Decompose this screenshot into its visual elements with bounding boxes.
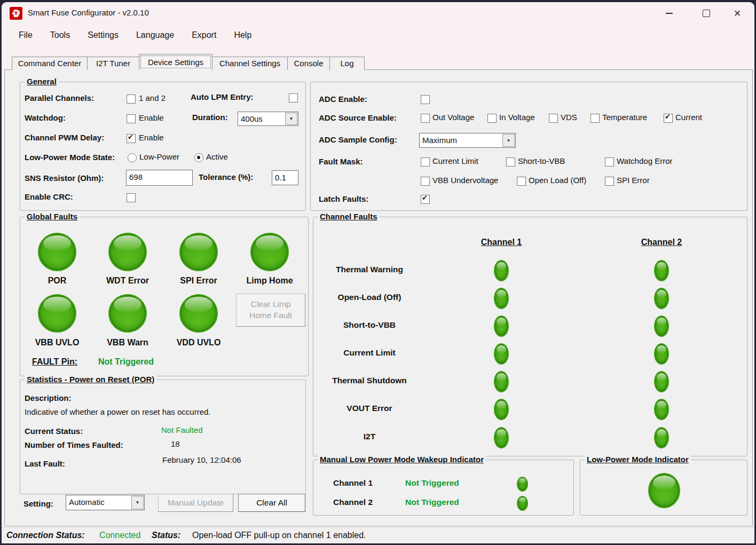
ch2-vout-error-led: [654, 399, 669, 420]
ch2-current-limit-led: [654, 343, 669, 365]
dropdown-arrow-icon: ▼: [502, 134, 515, 147]
menu-export[interactable]: Export: [185, 27, 223, 43]
ch1-i2t-led: [494, 427, 509, 448]
adc-enable-checkbox[interactable]: [421, 95, 430, 104]
fault-mask-short-to-vbb-label: Short-to-VBB: [518, 156, 565, 165]
parallel-channels-checkbox[interactable]: [127, 94, 136, 104]
adc-enable-label: ADC Enable:: [319, 94, 367, 104]
window-title: Smart Fuse Configurator - v2.0.10: [28, 8, 149, 17]
global-faults-group-title: Global Faults: [25, 212, 80, 221]
adc-source-vds-checkbox[interactable]: [549, 114, 558, 123]
adc-source-in-voltage-checkbox[interactable]: [487, 114, 497, 123]
setting-label: Setting:: [23, 499, 53, 508]
vbb-uvlo-led: [38, 294, 76, 333]
ch1-thermal-warning-led: [494, 260, 509, 281]
thermal-warning-row-label: Thermal Warning: [313, 265, 426, 274]
tab-strip: Command Center I2T Tuner Device Settings…: [12, 54, 364, 70]
last-fault-label: Last Fault:: [25, 459, 65, 468]
thermal-shutdown-row-label: Thermal Shutdown: [313, 376, 426, 385]
tab-channel-settings[interactable]: Channel Settings: [212, 57, 288, 70]
menu-tools[interactable]: Tools: [44, 27, 76, 43]
tab-console[interactable]: Console: [287, 57, 330, 70]
low-power-mode-led: [648, 473, 680, 508]
vbb-uvlo-led-label: VBB UVLO: [25, 338, 89, 347]
lpm-state-low-power-radio[interactable]: [128, 153, 137, 162]
wdt-error-led-label: WDT Error: [96, 276, 160, 286]
fault-mask-short-to-vbb-checkbox[interactable]: [506, 157, 515, 167]
clear-all-button[interactable]: Clear All: [238, 494, 305, 512]
lpm-state-label: Low-Power Mode State:: [25, 153, 115, 162]
watchdog-enable-checkbox[interactable]: [127, 114, 136, 123]
tab-device-settings[interactable]: Device Settings: [139, 54, 212, 70]
fault-pin-label: FAULT Pin:: [32, 357, 77, 367]
adc-sample-config-dropdown[interactable]: Maximum ▼: [419, 133, 516, 148]
fault-mask-current-limit-checkbox[interactable]: [421, 157, 430, 167]
watchdog-label: Watchdog:: [25, 113, 66, 122]
pwm-delay-enable-checkbox[interactable]: [127, 134, 136, 143]
adc-source-vds-label: VDS: [561, 113, 577, 122]
pwm-delay-label: Channel PWM Delay:: [25, 133, 104, 142]
ch1-current-limit-led: [494, 343, 509, 365]
tab-command-center[interactable]: Command Center: [12, 57, 88, 70]
manual-lpm-channel-2-led: [517, 496, 528, 511]
device-settings-page: General Parallel Channels: 1 and 2 Auto …: [4, 69, 753, 526]
tab-i2t-tuner[interactable]: I2T Tuner: [87, 57, 139, 70]
ch2-i2t-led: [654, 427, 669, 448]
duration-dropdown[interactable]: 400us ▼: [238, 112, 298, 126]
vbb-warn-led-label: VBB Warn: [96, 338, 160, 347]
title-bar: Smart Fuse Configurator - v2.0.10 ✕: [2, 2, 754, 25]
vdd-uvlo-led-label: VDD UVLO: [167, 338, 231, 347]
fault-mask-vbb-undervoltage-checkbox[interactable]: [421, 177, 430, 186]
menu-language[interactable]: Language: [130, 27, 180, 43]
ch1-short-to-vbb-led: [494, 315, 509, 337]
channel-faults-group: Channel Faults Channel 1 Channel 2 Therm…: [313, 217, 747, 456]
fault-mask-open-load-checkbox[interactable]: [517, 177, 526, 186]
manual-lpm-wakeup-group: Manual Low Power Mode Wakeup Indicator C…: [313, 460, 574, 516]
manual-update-button[interactable]: Manual Update: [158, 494, 233, 512]
adc-source-in-voltage-label: In Voltage: [499, 113, 535, 122]
por-led: [38, 233, 76, 271]
fault-mask-watchdog-error-label: Watchdog Error: [617, 156, 672, 165]
close-button[interactable]: ✕: [720, 2, 754, 25]
clear-limp-home-fault-button[interactable]: Clear Limp Home Fault: [236, 294, 305, 327]
sns-resistor-label: SNS Resistor (Ohm):: [25, 173, 104, 183]
maximize-button[interactable]: [689, 2, 723, 25]
lpm-state-active-radio[interactable]: [194, 153, 203, 162]
watchdog-option-label: Enable: [139, 113, 164, 122]
vbb-warn-led: [108, 294, 147, 333]
sns-resistor-input[interactable]: 698: [126, 170, 193, 186]
app-icon: [10, 7, 22, 20]
fault-mask-spi-error-checkbox[interactable]: [605, 177, 614, 186]
auto-lpm-entry-checkbox[interactable]: [289, 93, 298, 102]
fault-mask-watchdog-error-checkbox[interactable]: [605, 157, 614, 167]
statistics-group-title: Statistics - Power on Reset (POR): [25, 375, 156, 384]
description-label: Description:: [25, 393, 72, 402]
lpm-state-active-label: Active: [206, 152, 228, 161]
enable-crc-checkbox[interactable]: [127, 193, 136, 202]
channel-1-header: Channel 1: [461, 238, 541, 247]
minimize-button[interactable]: [652, 2, 686, 25]
menu-file[interactable]: File: [12, 27, 39, 43]
status-bar: Connection Status: Connected Status: Ope…: [2, 527, 754, 543]
menu-settings[interactable]: Settings: [81, 27, 125, 43]
adc-source-temperature-checkbox[interactable]: [590, 114, 600, 123]
auto-lpm-entry-label: Auto LPM Entry:: [191, 92, 254, 101]
manual-lpm-channel-1-label: Channel 1: [333, 478, 373, 488]
adc-group: ADC Enable: ADC Source Enable: Out Volta…: [310, 82, 747, 211]
current-limit-row-label: Current Limit: [313, 348, 426, 358]
global-faults-group: Global Faults POR WDT Error SPI Error Li…: [20, 217, 309, 376]
menu-help[interactable]: Help: [227, 27, 258, 43]
tab-log[interactable]: Log: [329, 57, 365, 70]
manual-lpm-channel-1-value: Not Triggered: [405, 478, 459, 488]
channel-faults-group-title: Channel Faults: [318, 212, 380, 221]
fault-mask-current-limit-label: Current Limit: [432, 156, 478, 165]
vdd-uvlo-led: [179, 294, 218, 333]
adc-source-out-voltage-checkbox[interactable]: [421, 114, 430, 123]
setting-dropdown[interactable]: Automatic ▼: [66, 495, 145, 510]
tolerance-input[interactable]: 0.1: [272, 170, 298, 185]
adc-source-current-checkbox[interactable]: [664, 114, 673, 123]
lpm-indicator-group-title: Low-Power Mode Indicator: [585, 455, 691, 464]
spi-error-led-label: SPI Error: [167, 276, 231, 286]
latch-faults-checkbox[interactable]: [421, 195, 430, 204]
pwm-delay-option-label: Enable: [139, 133, 164, 142]
